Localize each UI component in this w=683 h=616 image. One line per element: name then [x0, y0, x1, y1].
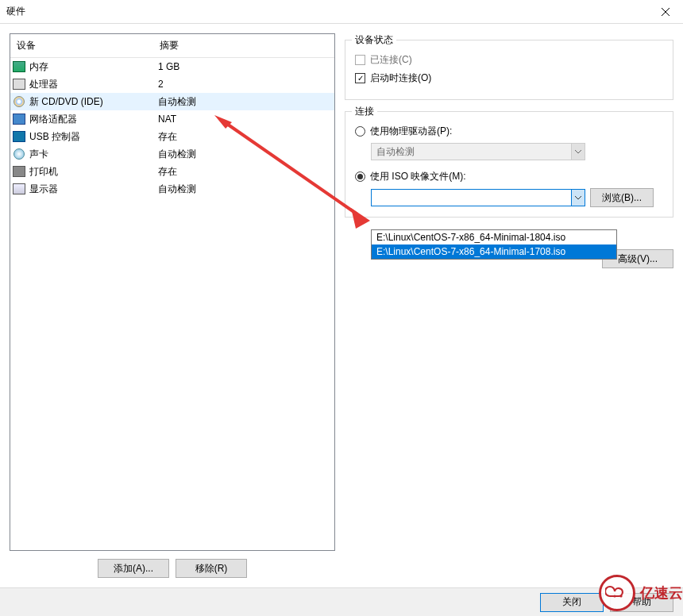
watermark-text: 亿速云 — [640, 583, 683, 603]
device-list: 设备 摘要 内存 1 GB 处理器 2 新 CD/DVD (IDE) 自动检测 … — [10, 33, 335, 551]
svg-point-1 — [619, 595, 622, 597]
display-icon — [13, 183, 25, 194]
dropdown-option-1[interactable]: E:\Linux\CentOS-7-x86_64-Minimal-1708.is… — [372, 244, 616, 259]
header-device[interactable]: 设备 — [10, 34, 153, 57]
left-panel: 设备 摘要 内存 1 GB 处理器 2 新 CD/DVD (IDE) 自动检测 … — [10, 33, 335, 578]
memory-icon — [13, 61, 25, 72]
use-iso-radio-row[interactable]: 使用 ISO 映像文件(M): — [355, 170, 663, 183]
physical-drive-combo-wrap: 自动检测 — [371, 143, 663, 160]
window-title: 硬件 — [6, 5, 25, 18]
sound-icon — [14, 148, 25, 160]
window-close-button[interactable] — [647, 0, 683, 24]
chevron-down-icon[interactable] — [571, 190, 585, 206]
iso-dropdown-list[interactable]: E:\Linux\CentOS-7-x86_64-Minimal-1804.is… — [371, 229, 617, 260]
browse-button[interactable]: 浏览(B)... — [590, 188, 654, 207]
device-row-usb[interactable]: USB 控制器 存在 — [10, 128, 334, 145]
device-list-buttons: 添加(A)... 移除(R) — [10, 559, 335, 578]
right-panel: 设备状态 已连接(C) ✓ 启动时连接(O) 连接 使用物理驱动器(P): 自动… — [345, 33, 673, 578]
connected-label: 已连接(C) — [370, 53, 412, 67]
device-list-header: 设备 摘要 — [10, 34, 334, 58]
watermark: 亿速云 — [599, 575, 683, 611]
connection-group: 连接 使用物理驱动器(P): 自动检测 使用 ISO 映像文件(M): — [345, 111, 673, 218]
device-status-title: 设备状态 — [352, 33, 396, 47]
watermark-logo-icon — [599, 575, 635, 611]
device-row-cpu[interactable]: 处理器 2 — [10, 75, 334, 93]
connection-title: 连接 — [352, 105, 377, 118]
use-physical-radio[interactable] — [355, 126, 365, 137]
device-row-cddvd[interactable]: 新 CD/DVD (IDE) 自动检测 — [10, 93, 334, 110]
network-icon — [13, 114, 25, 125]
svg-point-2 — [613, 595, 615, 597]
usb-icon — [13, 131, 25, 142]
device-row-memory[interactable]: 内存 1 GB — [10, 58, 334, 75]
close-button[interactable]: 关闭 — [540, 593, 604, 612]
connect-poweron-label: 启动时连接(O) — [370, 71, 431, 85]
device-status-group: 设备状态 已连接(C) ✓ 启动时连接(O) — [345, 40, 673, 100]
use-iso-radio[interactable] — [355, 171, 365, 182]
chevron-down-icon — [571, 144, 585, 160]
use-physical-radio-row[interactable]: 使用物理驱动器(P): — [355, 125, 663, 138]
connected-checkbox-row: 已连接(C) — [355, 53, 663, 67]
device-row-printer[interactable]: 打印机 存在 — [10, 163, 334, 180]
device-row-display[interactable]: 显示器 自动检测 — [10, 180, 334, 198]
add-device-button[interactable]: 添加(A)... — [98, 559, 169, 578]
connect-poweron-checkbox-row[interactable]: ✓ 启动时连接(O) — [355, 71, 663, 85]
use-physical-label: 使用物理驱动器(P): — [370, 125, 452, 138]
content-area: 设备 摘要 内存 1 GB 处理器 2 新 CD/DVD (IDE) 自动检测 … — [0, 24, 683, 587]
cd-icon — [14, 96, 25, 107]
printer-icon — [13, 166, 25, 177]
connect-poweron-checkbox[interactable]: ✓ — [355, 73, 365, 83]
header-summary[interactable]: 摘要 — [153, 34, 334, 57]
remove-device-button[interactable]: 移除(R) — [176, 559, 247, 578]
physical-drive-combo: 自动检测 — [371, 143, 585, 160]
cpu-icon — [13, 79, 25, 90]
dropdown-option-0[interactable]: E:\Linux\CentOS-7-x86_64-Minimal-1804.is… — [372, 230, 616, 244]
use-iso-label: 使用 ISO 映像文件(M): — [370, 170, 466, 183]
iso-row: 浏览(B)... — [371, 188, 663, 207]
dialog-footer: 关闭 帮助 — [0, 587, 683, 616]
titlebar: 硬件 — [0, 0, 683, 24]
device-row-network[interactable]: 网络适配器 NAT — [10, 110, 334, 128]
device-row-sound[interactable]: 声卡 自动检测 — [10, 145, 334, 163]
connected-checkbox — [355, 55, 365, 65]
iso-file-combo[interactable] — [371, 189, 585, 206]
close-icon — [662, 8, 669, 16]
